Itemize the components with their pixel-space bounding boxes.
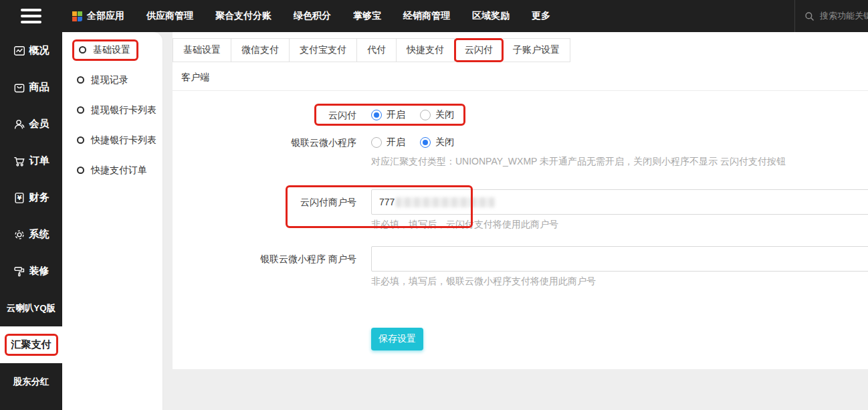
- topbar: 全部应用 供应商管理 聚合支付分账 绿色积分 掌够宝 经销商管理 区域奖励 更多…: [0, 0, 868, 32]
- topnav-item-region-reward[interactable]: 区域奖励: [472, 10, 510, 22]
- form-row-miniprogram-merchant: 银联云微小程序 商户号 非必填，填写后，银联云微小程序支付将使用此商户号: [173, 246, 868, 288]
- radio-quickpass-on[interactable]: 开启: [371, 109, 405, 121]
- sidebar-item-finance[interactable]: ¥ 财务: [0, 179, 62, 216]
- topnav-item-zhanggoubao[interactable]: 掌够宝: [353, 10, 381, 22]
- field-label: 云闪付商户号: [173, 189, 364, 215]
- members-icon: [13, 118, 25, 130]
- circle-bullet-icon: [77, 167, 84, 174]
- annotation-box-basic-settings: 基础设置: [72, 39, 138, 61]
- topnav-item-all-apps[interactable]: 全部应用: [72, 10, 124, 22]
- main-content: 基础设置 微信支付 支付宝支付 代付 快捷支付 云闪付 子账户设置 客户端 云闪…: [173, 32, 868, 369]
- help-text-miniprogram: 对应汇聚支付类型：UNIONPAY_WXMP 未开通产品无需开启，关闭则小程序不…: [371, 154, 868, 169]
- sidebar-item-overview[interactable]: 概况: [0, 32, 62, 69]
- topnav-item-more[interactable]: 更多: [532, 10, 550, 22]
- search-placeholder: 搜索功能关键词: [820, 10, 868, 22]
- topnav-item-label: 全部应用: [87, 10, 124, 22]
- field-label: 银联云微小程序: [173, 133, 364, 152]
- form-row-miniprogram-switch: 银联云微小程序 开启 关闭 对应汇聚支付类型：UNIONPAY_WXMP 未开通…: [173, 133, 868, 169]
- merchant-id-value: 777: [379, 197, 395, 207]
- hamburger-menu-button[interactable]: [0, 9, 62, 23]
- submenu-item-basic-settings[interactable]: 基础设置: [62, 35, 162, 65]
- form-row-quickpass-merchant: 云闪付商户号 777 非必填，填写后，云闪付支付将使用此商户号: [173, 189, 868, 231]
- sidebar: 概况 商品 会员 订单 ¥ 财务 系统 装修 云喇叭YQ版: [0, 32, 62, 410]
- submenu: 基础设置 提现记录 提现银行卡列表 快捷银行卡列表 快捷支付订单: [62, 32, 162, 410]
- search-icon: [804, 11, 815, 21]
- decorate-icon: [13, 266, 25, 278]
- radio-selected-icon: [420, 137, 431, 148]
- system-gear-icon: [13, 229, 25, 241]
- sidebar-item-yunlaba-yq[interactable]: 云喇叭YQ版: [0, 290, 62, 326]
- topnav-item-aggregate-pay[interactable]: 聚合支付分账: [215, 10, 272, 22]
- sidebar-item-system[interactable]: 系统: [0, 216, 62, 253]
- submenu-item-withdraw-bank-cards[interactable]: 提现银行卡列表: [62, 95, 162, 125]
- annotation-box-huiju-pay: 汇聚支付: [5, 334, 58, 356]
- radio-selected-icon: [371, 110, 382, 120]
- sidebar-item-members[interactable]: 会员: [0, 106, 62, 142]
- circle-bullet-icon: [77, 76, 84, 84]
- sidebar-item-shareholder-dividend[interactable]: 股东分红: [0, 363, 62, 400]
- radio-unselected-icon: [420, 110, 431, 120]
- submenu-item-quick-bank-cards[interactable]: 快捷银行卡列表: [62, 125, 162, 155]
- orders-cart-icon: [13, 155, 25, 167]
- tab-quick-pay[interactable]: 快捷支付: [397, 38, 455, 62]
- radio-unselected-icon: [371, 137, 382, 148]
- sidebar-item-huiju-pay[interactable]: 汇聚支付: [0, 326, 62, 363]
- miniprogram-merchant-input[interactable]: [371, 246, 868, 272]
- goods-icon: [13, 82, 25, 94]
- tab-payout[interactable]: 代付: [357, 38, 397, 62]
- field-label: 银联云微小程序 商户号: [173, 246, 364, 272]
- tab-alipay[interactable]: 支付宝支付: [290, 38, 357, 62]
- quickpass-merchant-input[interactable]: 777: [371, 189, 868, 215]
- overview-icon: [13, 45, 25, 57]
- radio-quickpass-off[interactable]: 关闭: [420, 109, 454, 121]
- submenu-item-withdraw-records[interactable]: 提现记录: [62, 65, 162, 95]
- subnav-client[interactable]: 客户端: [173, 62, 868, 91]
- sidebar-item-orders[interactable]: 订单: [0, 142, 62, 179]
- submenu-item-quick-pay-orders[interactable]: 快捷支付订单: [62, 155, 162, 185]
- topnav-item-supplier[interactable]: 供应商管理: [146, 10, 193, 22]
- redacted-value-blur: [396, 197, 495, 207]
- save-settings-button[interactable]: 保存设置: [371, 328, 423, 350]
- sidebar-item-goods[interactable]: 商品: [0, 69, 62, 106]
- help-text-miniprogram-merchant: 非必填，填写后，银联云微小程序支付将使用此商户号: [371, 274, 868, 288]
- hamburger-icon: [21, 9, 41, 23]
- tab-wechat-pay[interactable]: 微信支付: [231, 38, 290, 62]
- tab-basic-settings[interactable]: 基础设置: [173, 38, 231, 62]
- circle-bullet-icon: [77, 106, 84, 114]
- apps-grid-icon: [72, 11, 82, 21]
- tab-subaccount-settings[interactable]: 子账户设置: [503, 38, 570, 62]
- svg-text:¥: ¥: [17, 194, 21, 201]
- topnav-item-dealer[interactable]: 经销商管理: [403, 10, 450, 22]
- search-input[interactable]: 搜索功能关键词: [794, 0, 868, 32]
- topnav: 全部应用 供应商管理 聚合支付分账 绿色积分 掌够宝 经销商管理 区域奖励 更多: [62, 10, 550, 22]
- sidebar-item-decorate[interactable]: 装修: [0, 253, 62, 290]
- radio-miniprogram-on[interactable]: 开启: [371, 136, 405, 148]
- circle-bullet-icon: [79, 46, 86, 54]
- form-row-quickpass-switch: 云闪付 开启 关闭: [173, 106, 868, 124]
- help-text-quickpass-merchant: 非必填，填写后，云闪付支付将使用此商户号: [371, 217, 868, 231]
- circle-bullet-icon: [77, 136, 84, 144]
- topnav-item-green-points[interactable]: 绿色积分: [294, 10, 331, 22]
- finance-icon: ¥: [13, 192, 25, 204]
- settings-tabs: 基础设置 微信支付 支付宝支付 代付 快捷支付 云闪付 子账户设置: [173, 38, 570, 62]
- field-label: 云闪付: [173, 106, 364, 124]
- radio-miniprogram-off[interactable]: 关闭: [420, 136, 454, 148]
- tab-unionpay-quickpass[interactable]: 云闪付: [454, 38, 504, 62]
